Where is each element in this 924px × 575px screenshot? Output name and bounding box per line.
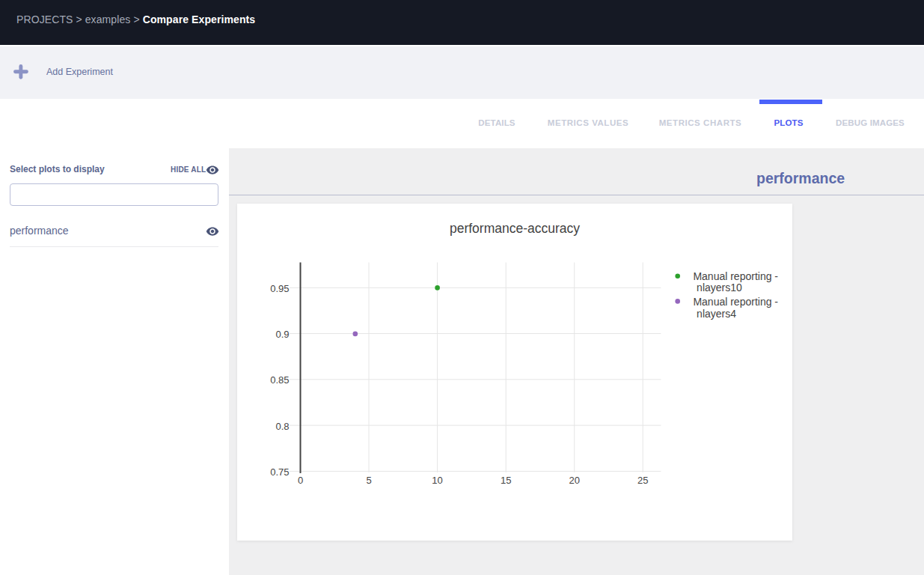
svg-text:Manual reporting -: Manual reporting - xyxy=(693,270,778,282)
svg-text:nlayers10: nlayers10 xyxy=(697,282,742,293)
svg-text:0.8: 0.8 xyxy=(275,421,289,432)
svg-text:Manual reporting -: Manual reporting - xyxy=(693,296,778,308)
svg-text:10: 10 xyxy=(432,475,442,486)
svg-text:0.95: 0.95 xyxy=(270,283,289,294)
svg-text:nlayers4: nlayers4 xyxy=(697,308,736,320)
svg-text:0: 0 xyxy=(298,475,303,486)
svg-text:15: 15 xyxy=(501,475,511,486)
svg-text:5: 5 xyxy=(366,475,371,486)
svg-text:0.75: 0.75 xyxy=(270,466,289,478)
svg-text:25: 25 xyxy=(637,475,648,486)
svg-text:performance-accuracy: performance-accuracy xyxy=(450,221,580,236)
svg-text:0.85: 0.85 xyxy=(270,374,289,386)
svg-text:0.9: 0.9 xyxy=(275,329,289,340)
svg-text:20: 20 xyxy=(569,475,579,486)
